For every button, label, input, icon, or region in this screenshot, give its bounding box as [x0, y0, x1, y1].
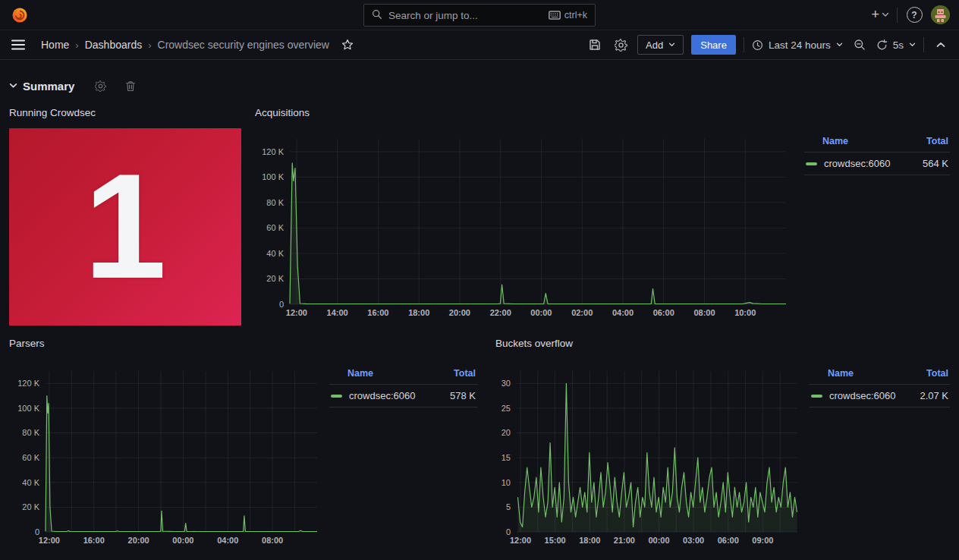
svg-text:18:00: 18:00 — [579, 536, 600, 545]
svg-text:00:00: 00:00 — [172, 536, 193, 545]
panel-title[interactable]: Acquisitions — [255, 107, 950, 122]
save-dashboard-button[interactable] — [586, 34, 604, 55]
breadcrumb-separator: › — [75, 39, 78, 51]
favorite-button[interactable] — [338, 34, 357, 55]
toolbar-divider — [744, 37, 744, 52]
running-crowdsec-stat[interactable]: 1 — [9, 128, 241, 326]
clock-icon — [752, 39, 763, 51]
help-button[interactable]: ? — [905, 5, 923, 26]
series-name: crowdsec:6060 — [349, 390, 415, 401]
zoom-out-time-button[interactable] — [851, 34, 869, 55]
svg-text:00:00: 00:00 — [530, 308, 552, 317]
legend-row[interactable]: crowdsec:6060 564 K — [804, 153, 950, 175]
panel-buckets-overflow: Buckets overflow 05101520253012:0015:001… — [488, 338, 950, 547]
legend-row[interactable]: crowdsec:6060 578 K — [329, 385, 477, 407]
legend-header: Name Total — [329, 367, 477, 385]
share-button[interactable]: Share — [691, 35, 736, 55]
breadcrumb: Home › Dashboards › Crowdsec security en… — [41, 39, 329, 51]
time-range-picker[interactable]: Last 24 hours — [752, 39, 843, 51]
buckets-overflow-chart[interactable]: 05101520253012:0015:0018:0021:0000:0003:… — [495, 365, 802, 547]
menu-toggle-button[interactable] — [9, 34, 27, 55]
panel-title[interactable]: Buckets overflow — [495, 338, 950, 353]
series-color-swatch — [806, 162, 817, 165]
svg-text:00:00: 00:00 — [648, 536, 669, 545]
legend-total-header[interactable]: Total — [454, 368, 476, 379]
svg-text:09:00: 09:00 — [752, 536, 773, 545]
legend-name-header[interactable]: Name — [822, 136, 848, 146]
chevron-down-icon — [836, 42, 843, 47]
series-name: crowdsec:6060 — [824, 158, 890, 169]
dashboard-row-1: Running Crowdsec 1 Acquisitions 020 K40 … — [9, 107, 950, 326]
panel-parsers: Parsers 020 K40 K60 K80 K100 K120 K12:00… — [9, 338, 477, 547]
svg-text:02:00: 02:00 — [571, 308, 593, 317]
svg-text:14:00: 14:00 — [327, 308, 348, 317]
dashboard-canvas: Summary Running Crowdsec 1 Acquisitions … — [0, 60, 959, 547]
gear-icon — [615, 39, 627, 52]
svg-text:25: 25 — [502, 404, 511, 413]
search-input[interactable]: Search or jump to... ctrl+k — [363, 4, 596, 27]
avatar-image — [931, 5, 950, 24]
svg-text:08:00: 08:00 — [262, 536, 283, 545]
svg-text:120 K: 120 K — [17, 379, 39, 388]
svg-text:12:00: 12:00 — [39, 536, 60, 545]
chevron-down-icon — [909, 42, 916, 47]
svg-text:60 K: 60 K — [266, 223, 284, 232]
svg-text:100 K: 100 K — [17, 404, 39, 413]
row-toggle-summary[interactable]: Summary — [9, 80, 74, 93]
legend-header: Name Total — [810, 367, 950, 385]
svg-text:03:00: 03:00 — [683, 536, 704, 545]
breadcrumb-dashboards[interactable]: Dashboards — [85, 39, 143, 51]
legend-name-header[interactable]: Name — [347, 368, 373, 379]
breadcrumb-separator: › — [148, 39, 151, 51]
legend-total-header[interactable]: Total — [926, 368, 948, 379]
chevron-down-icon — [9, 83, 17, 89]
svg-text:30: 30 — [502, 379, 511, 388]
svg-text:20 K: 20 K — [22, 502, 39, 511]
dashboard-row-2: Parsers 020 K40 K60 K80 K100 K120 K12:00… — [9, 338, 950, 547]
svg-text:100 K: 100 K — [262, 172, 284, 181]
svg-text:10:00: 10:00 — [734, 308, 756, 317]
plus-icon: + — [871, 7, 879, 23]
dashboard-settings-button[interactable] — [612, 34, 630, 55]
svg-text:04:00: 04:00 — [217, 536, 238, 545]
collapse-toolbar-button[interactable] — [932, 34, 950, 55]
grafana-logo[interactable] — [9, 5, 30, 25]
legend-name-header[interactable]: Name — [828, 368, 854, 379]
svg-text:08:00: 08:00 — [693, 308, 715, 317]
refresh-icon — [876, 39, 888, 51]
row-settings-button[interactable] — [91, 75, 109, 96]
dashboard-toolbar: Home › Dashboards › Crowdsec security en… — [0, 30, 959, 60]
legend-total-header[interactable]: Total — [926, 136, 948, 146]
breadcrumb-home[interactable]: Home — [41, 39, 69, 51]
svg-text:0: 0 — [35, 527, 39, 536]
keyboard-icon — [549, 11, 561, 20]
top-nav: Search or jump to... ctrl+k + ? — [0, 0, 959, 30]
search-placeholder: Search or jump to... — [388, 10, 542, 21]
chevron-down-icon — [668, 42, 675, 47]
svg-text:06:00: 06:00 — [718, 536, 739, 545]
svg-text:80 K: 80 K — [22, 428, 39, 437]
legend-row[interactable]: crowdsec:6060 2.07 K — [810, 385, 950, 407]
star-icon — [341, 39, 354, 51]
panel-title[interactable]: Parsers — [9, 338, 477, 353]
parsers-chart[interactable]: 020 K40 K60 K80 K100 K120 K12:0016:0020:… — [9, 365, 322, 547]
row-delete-button[interactable] — [121, 75, 140, 96]
refresh-picker[interactable]: 5s — [876, 39, 916, 51]
new-menu-button[interactable]: + — [871, 7, 889, 23]
chevron-down-icon — [882, 12, 889, 17]
chevron-up-icon — [936, 42, 945, 48]
svg-text:0: 0 — [279, 300, 284, 309]
add-panel-button[interactable]: Add — [637, 35, 684, 55]
svg-text:20: 20 — [502, 428, 511, 437]
svg-text:16:00: 16:00 — [367, 308, 388, 317]
svg-text:20:00: 20:00 — [128, 536, 149, 545]
svg-text:21:00: 21:00 — [614, 536, 635, 545]
user-avatar[interactable] — [931, 5, 950, 24]
svg-text:0: 0 — [506, 527, 511, 536]
stat-value: 1 — [83, 153, 166, 301]
svg-text:06:00: 06:00 — [653, 308, 674, 317]
acquisitions-chart[interactable]: 020 K40 K60 K80 K100 K120 K12:0014:0016:… — [255, 133, 791, 319]
series-name: crowdsec:6060 — [829, 390, 895, 401]
parsers-legend: Name Total crowdsec:6060 578 K — [329, 365, 477, 407]
panel-title[interactable]: Running Crowdsec — [9, 107, 241, 122]
